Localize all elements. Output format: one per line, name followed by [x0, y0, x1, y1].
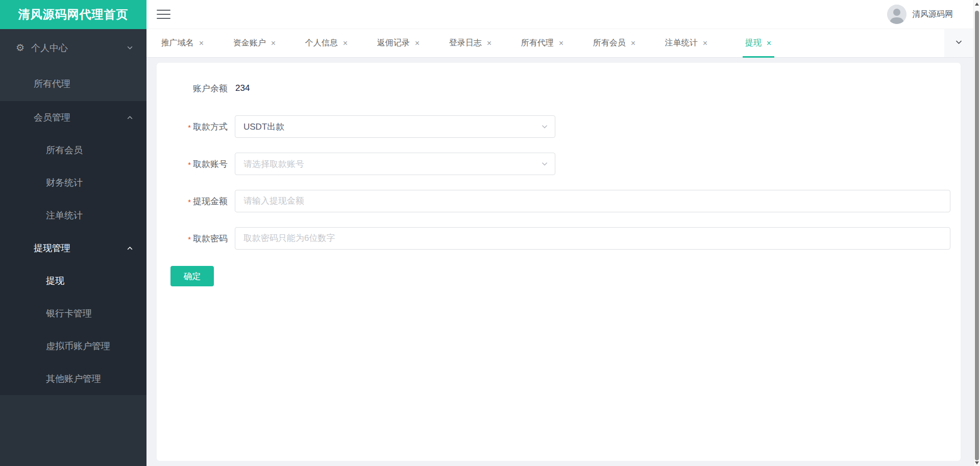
- sidebar-item-member-management[interactable]: 会员管理: [0, 101, 146, 134]
- tab-label: 资金账户: [233, 38, 266, 48]
- tab-label: 个人信息: [305, 38, 338, 48]
- tab-label: 登录日志: [449, 38, 482, 48]
- main-content: 账户余额 234 *取款方式 USDT出款 *取款账号 请选择取款账号 *提现金…: [146, 58, 973, 466]
- scrollbar-thumb[interactable]: [975, 11, 979, 460]
- withdraw-password-row: *取款密码: [157, 227, 961, 250]
- sidebar-item-crypto-account-management[interactable]: 虚拟币账户管理: [0, 330, 146, 362]
- chevron-down-icon: [955, 38, 963, 48]
- chevron-up-icon: [127, 245, 133, 252]
- tab-funds-account[interactable]: 资金账户 ×: [218, 29, 290, 57]
- sidebar-item-withdraw-management[interactable]: 提现管理: [0, 232, 146, 264]
- close-icon[interactable]: ×: [559, 39, 564, 47]
- tab-all-agents[interactable]: 所有代理 ×: [506, 29, 578, 57]
- sidebar-item-label: 财务统计: [46, 177, 83, 189]
- sidebar-item-label: 会员管理: [34, 111, 70, 124]
- withdraw-method-select[interactable]: USDT出款: [235, 115, 555, 138]
- close-icon[interactable]: ×: [415, 39, 420, 47]
- sidebar-item-label: 所有代理: [34, 78, 70, 90]
- user-name: 清风源码网: [912, 9, 953, 20]
- chevron-down-icon: [541, 123, 548, 130]
- select-placeholder: 请选择取款账号: [243, 158, 304, 170]
- withdraw-form-card: 账户余额 234 *取款方式 USDT出款 *取款账号 请选择取款账号 *提现金…: [157, 63, 961, 461]
- sidebar-item-all-members[interactable]: 所有会员: [0, 134, 146, 166]
- tab-label: 所有代理: [521, 38, 554, 48]
- tab-rebate-records[interactable]: 返佣记录 ×: [362, 29, 434, 57]
- sidebar-item-other-account-management[interactable]: 其他账户管理: [0, 362, 146, 395]
- close-icon[interactable]: ×: [703, 39, 707, 47]
- sidebar-item-label: 个人中心: [31, 42, 68, 54]
- sidebar-item-label: 所有会员: [46, 144, 83, 156]
- sidebar-item-personal-center[interactable]: ⚙ 个人中心: [0, 29, 146, 66]
- sidebar-item-label: 虚拟币账户管理: [46, 340, 110, 352]
- user-menu[interactable]: 清风源码网: [887, 5, 953, 24]
- withdraw-account-label: *取款账号: [157, 158, 235, 170]
- sidebar-item-label: 注单统计: [46, 209, 83, 222]
- avatar: [887, 5, 906, 24]
- sidebar-item-withdraw[interactable]: 提现: [0, 264, 146, 297]
- close-icon[interactable]: ×: [343, 39, 348, 47]
- chevron-down-icon: [541, 160, 548, 167]
- tab-bet-stats[interactable]: 注单统计 ×: [650, 29, 722, 57]
- required-mark: *: [188, 235, 191, 243]
- required-mark: *: [188, 160, 191, 169]
- tab-bar: 推广域名 × 资金账户 × 个人信息 × 返佣记录 × 登录日志 × 所有代理 …: [146, 29, 973, 58]
- hamburger-menu-icon[interactable]: [157, 7, 170, 22]
- sidebar-item-bet-stats[interactable]: 注单统计: [0, 199, 146, 232]
- balance-label: 账户余额: [157, 83, 235, 94]
- sidebar: 清风源码网代理首页 ⚙ 个人中心 所有代理 会员管理 所有会员 财务统计 注单统…: [0, 0, 146, 466]
- tab-label: 注单统计: [665, 38, 698, 48]
- select-value: USDT出款: [243, 121, 284, 133]
- withdraw-amount-row: *提现金额: [157, 190, 961, 212]
- tab-label: 提现: [745, 38, 762, 48]
- sidebar-item-all-agents[interactable]: 所有代理: [0, 66, 146, 101]
- tab-label: 所有会员: [593, 38, 626, 48]
- sidebar-item-label: 其他账户管理: [46, 373, 101, 385]
- confirm-button[interactable]: 确定: [170, 266, 214, 286]
- required-mark: *: [188, 123, 191, 132]
- close-icon[interactable]: ×: [767, 39, 771, 47]
- withdraw-account-row: *取款账号 请选择取款账号: [157, 153, 961, 175]
- balance-row: 账户余额 234: [157, 82, 961, 94]
- withdraw-method-row: *取款方式 USDT出款: [157, 115, 961, 138]
- scroll-down-arrow-icon[interactable]: [975, 461, 979, 464]
- required-mark: *: [188, 198, 191, 206]
- chevron-down-icon: [127, 44, 133, 51]
- gear-icon: ⚙: [16, 43, 24, 53]
- close-icon[interactable]: ×: [631, 39, 635, 47]
- sidebar-item-label: 银行卡管理: [46, 307, 92, 320]
- top-bar: 清风源码网: [146, 0, 973, 29]
- sidebar-item-label: 提现管理: [34, 242, 70, 254]
- vertical-scrollbar[interactable]: [973, 0, 980, 466]
- tab-promo-domain[interactable]: 推广域名 ×: [146, 29, 218, 57]
- tab-withdraw[interactable]: 提现 ×: [722, 29, 794, 57]
- sidebar-item-finance-stats[interactable]: 财务统计: [0, 166, 146, 199]
- tab-label: 推广域名: [161, 38, 194, 48]
- sidebar-item-label: 提现: [46, 275, 64, 287]
- close-icon[interactable]: ×: [487, 39, 492, 47]
- withdraw-password-input[interactable]: [235, 227, 950, 250]
- withdraw-password-label: *取款密码: [157, 233, 235, 244]
- tab-label: 返佣记录: [377, 38, 410, 48]
- tab-all-members[interactable]: 所有会员 ×: [578, 29, 650, 57]
- chevron-up-icon: [127, 114, 133, 121]
- close-icon[interactable]: ×: [271, 39, 276, 47]
- sidebar-item-bank-card-management[interactable]: 银行卡管理: [0, 297, 146, 330]
- withdraw-amount-label: *提现金额: [157, 195, 235, 207]
- withdraw-account-select[interactable]: 请选择取款账号: [235, 153, 555, 175]
- withdraw-method-label: *取款方式: [157, 121, 235, 133]
- tab-login-logs[interactable]: 登录日志 ×: [434, 29, 506, 57]
- tab-overflow-button[interactable]: [944, 29, 973, 57]
- scroll-up-arrow-icon[interactable]: [975, 3, 979, 6]
- app-logo[interactable]: 清风源码网代理首页: [0, 0, 146, 29]
- withdraw-amount-input[interactable]: [235, 190, 950, 212]
- tab-personal-info[interactable]: 个人信息 ×: [290, 29, 362, 57]
- balance-value: 234: [235, 83, 250, 93]
- close-icon[interactable]: ×: [199, 39, 204, 47]
